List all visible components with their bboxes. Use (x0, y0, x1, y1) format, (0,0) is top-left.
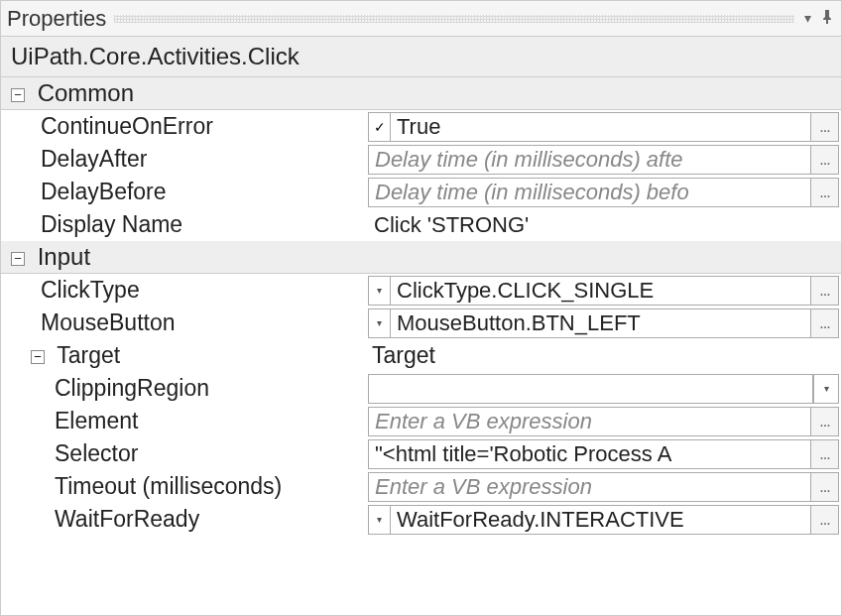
title-grip (114, 15, 794, 23)
ellipsis-timeout[interactable]: ... (811, 472, 839, 502)
ellipsis-delay-before[interactable]: ... (811, 178, 839, 207)
ellipsis-wait-for-ready[interactable]: ... (811, 505, 839, 535)
input-element[interactable]: Enter a VB expression (368, 407, 811, 436)
category-target: Target (57, 342, 120, 368)
dropdown-wait-for-ready[interactable]: ▾ (368, 505, 390, 535)
label-clipping-region: ClippingRegion (55, 375, 209, 401)
input-delay-after[interactable]: Delay time (in milliseconds) afte (368, 145, 811, 175)
checkbox-continue-on-error[interactable]: ✓ (368, 112, 390, 142)
label-selector: Selector (55, 440, 138, 466)
label-continue-on-error: ContinueOnError (41, 113, 213, 139)
dropdown-icon[interactable]: ▾ (802, 10, 813, 27)
label-display-name: Display Name (41, 211, 182, 237)
ellipsis-click-type[interactable]: ... (811, 276, 839, 306)
dropdown-click-type[interactable]: ▾ (368, 276, 390, 306)
target-value: Target (368, 342, 435, 368)
dropdown-mouse-button[interactable]: ▾ (368, 308, 390, 338)
panel-title: Properties (7, 6, 114, 32)
input-continue-on-error[interactable]: True (390, 112, 811, 142)
input-timeout[interactable]: Enter a VB expression (368, 472, 811, 502)
label-mouse-button: MouseButton (41, 309, 176, 335)
ellipsis-element[interactable]: ... (811, 407, 839, 436)
ellipsis-delay-after[interactable]: ... (811, 145, 839, 175)
input-click-type[interactable]: ClickType.CLICK_SINGLE (390, 276, 811, 306)
collapse-common[interactable]: − (11, 88, 25, 102)
ellipsis-mouse-button[interactable]: ... (811, 308, 839, 338)
dropdown-clipping-region[interactable]: ▾ (813, 374, 839, 404)
input-delay-before[interactable]: Delay time (in milliseconds) befo (368, 178, 811, 207)
pin-icon[interactable] (819, 10, 835, 27)
label-element: Element (55, 408, 138, 433)
collapse-input[interactable]: − (11, 252, 25, 266)
label-delay-after: DelayAfter (41, 146, 147, 172)
category-common: Common (38, 79, 134, 106)
label-timeout: Timeout (milliseconds) (55, 473, 282, 499)
input-wait-for-ready[interactable]: WaitForReady.INTERACTIVE (390, 505, 811, 535)
ellipsis-continue-on-error[interactable]: ... (811, 112, 839, 142)
input-mouse-button[interactable]: MouseButton.BTN_LEFT (390, 308, 811, 338)
label-wait-for-ready: WaitForReady (55, 506, 199, 532)
object-type-name: UiPath.Core.Activities.Click (1, 37, 841, 77)
label-delay-before: DelayBefore (41, 179, 167, 204)
input-clipping-region[interactable] (368, 374, 813, 404)
category-input: Input (38, 243, 90, 270)
input-selector[interactable]: "<html title='Robotic Process A (368, 439, 811, 469)
collapse-target[interactable]: − (31, 350, 45, 364)
input-display-name[interactable]: Click 'STRONG' (368, 210, 839, 240)
label-click-type: ClickType (41, 277, 140, 303)
ellipsis-selector[interactable]: ... (811, 439, 839, 469)
